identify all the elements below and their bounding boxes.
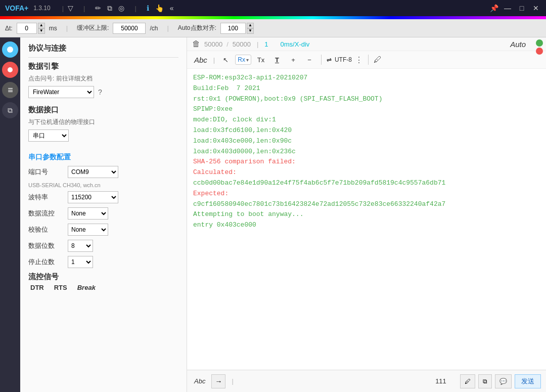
more-button[interactable]: ⋮ — [355, 55, 363, 65]
engine-help-icon[interactable]: ? — [98, 88, 102, 96]
time-div: 0ms/X-div — [281, 40, 310, 48]
flow-row: 数据流控 None — [28, 207, 178, 220]
clear-chart-button[interactable]: 🗑 — [192, 39, 200, 49]
auto-up[interactable]: ▲ — [247, 23, 254, 28]
baud-row: 波特率 115200 9600 230400 — [28, 191, 178, 203]
dropdown-icon[interactable]: ▽ — [68, 4, 73, 12]
back-icon[interactable]: « — [170, 4, 174, 12]
remove-button[interactable]: − — [303, 53, 316, 66]
encoding-icon: ⇌ — [327, 56, 332, 63]
engine-select[interactable]: FireWater JustFloat RawData — [28, 86, 94, 98]
delta-t-group: ▲ ▼ — [17, 23, 45, 34]
rts-button[interactable]: RTS — [54, 284, 67, 291]
sidebar-icons: ≡ ⧉ — [0, 37, 20, 392]
bottom-bar: Abc → | 111 🖊 ⧉ 💬 发送 — [187, 370, 546, 392]
connection-title: 协议与连接 — [28, 43, 178, 53]
flow-label: 数据流控 — [28, 209, 64, 218]
info-icon[interactable]: ℹ — [147, 4, 149, 12]
menu-button[interactable]: ≡ — [2, 82, 18, 98]
abc-button[interactable]: Abc — [192, 53, 209, 66]
tx-button[interactable]: Tx — [254, 53, 267, 66]
rx-dropdown[interactable]: Rx ▾ — [235, 55, 251, 65]
right-panel: 🗑 50000 / 50000 | 1 0ms/X-div Auto Abc |… — [187, 37, 546, 392]
interface-select[interactable]: 串口 UDP TCP — [28, 129, 69, 142]
send-button[interactable]: 发送 — [515, 374, 541, 388]
cursor-button[interactable]: ↖ — [219, 53, 232, 66]
minimize-button[interactable]: — — [503, 3, 513, 13]
buffer-input[interactable] — [113, 23, 146, 34]
auto-label[interactable]: Auto — [510, 40, 526, 49]
bottom-right-controls: 🖊 ⧉ 💬 发送 — [460, 374, 541, 388]
data-bits-select[interactable]: 8 — [68, 240, 93, 252]
layers-button[interactable]: ⧉ — [2, 102, 18, 118]
flow-select[interactable]: None — [68, 207, 108, 220]
chart-toolbar: 🗑 50000 / 50000 | 1 0ms/X-div Auto — [187, 37, 546, 51]
left-panel: 协议与连接 数据引擎 点击问号: 前往详细文档 FireWater JustFl… — [20, 37, 187, 392]
buffer-unit: /ch — [150, 25, 158, 32]
stop-bits-select[interactable]: 1 — [68, 256, 93, 268]
maximize-button[interactable]: □ — [517, 3, 527, 13]
auto-down[interactable]: ▼ — [247, 28, 254, 34]
break-button[interactable]: Break — [77, 284, 96, 291]
buffer-used: 50000 — [204, 40, 222, 48]
auto-spinner[interactable]: ▲ ▼ — [247, 23, 254, 34]
delta-t-down[interactable]: ▼ — [38, 28, 45, 34]
bottom-abc-button[interactable]: Abc — [192, 375, 207, 388]
data-engine-hint: 点击问号: 前往详细文档 — [28, 74, 178, 83]
parity-select[interactable]: None — [68, 224, 108, 236]
auto-value-input[interactable] — [220, 23, 246, 34]
title-bar: VOFA+ 1.3.10 | ▽ | ✏ ⧉ ◎ | ℹ 👆 « 📌 — □ ✕ — [0, 0, 546, 16]
title-bar-icons: ▽ | ✏ ⧉ ◎ | ℹ 👆 « — [68, 4, 174, 13]
port-label: 端口号 — [28, 167, 64, 177]
delta-t-unit: ms — [49, 25, 57, 32]
engine-row: FireWater JustFloat RawData ? — [28, 86, 178, 98]
auto-label: Auto点数对齐: — [178, 24, 216, 32]
delta-t-input[interactable] — [17, 23, 37, 34]
connect-button[interactable] — [2, 41, 18, 58]
rx-chevron-icon: ▾ — [246, 57, 249, 63]
erase-button[interactable]: 🖊 — [460, 374, 475, 388]
send-direction-button[interactable]: → — [211, 374, 225, 388]
format-button[interactable]: T — [270, 53, 284, 66]
pin-icon[interactable]: 📌 — [490, 4, 498, 12]
toolbar-divider2 — [368, 55, 369, 65]
parity-row: 校验位 None — [28, 224, 178, 236]
baud-select[interactable]: 115200 9600 230400 — [68, 191, 118, 203]
chat-button[interactable]: 💬 — [495, 374, 512, 388]
toolbar-divider — [321, 55, 322, 65]
port-select[interactable]: COM9 — [68, 166, 118, 178]
text-toolbar: Abc | ↖ Rx ▾ Tx T + − ⇌ UTF-8 ⋮ 🖊 — [187, 51, 546, 69]
flow-ctrl-buttons: DTR RTS Break — [28, 284, 178, 291]
delta-t-up[interactable]: ▲ — [38, 23, 45, 28]
buffer-label: 缓冲区上限: — [77, 24, 109, 32]
baud-label: 波特率 — [28, 193, 64, 202]
window-controls: 📌 — □ ✕ — [490, 3, 541, 13]
status-dots — [536, 39, 543, 55]
channel-count: 1 — [264, 40, 268, 48]
add-button[interactable]: + — [287, 53, 300, 66]
delta-t-label: Δt: — [5, 25, 13, 32]
target-icon[interactable]: ◎ — [118, 4, 124, 12]
red-dot — [536, 48, 543, 55]
clear-button[interactable]: 🖊 — [374, 55, 382, 64]
encoding-label: UTF-8 — [335, 56, 352, 63]
data-bits-label: 数据位数 — [28, 241, 64, 250]
data-interface-hint: 与下位机通信的物理接口 — [28, 118, 178, 126]
touch-icon[interactable]: 👆 — [155, 4, 164, 12]
flow-ctrl-label: 流控信号 — [28, 272, 59, 281]
main-layout: ≡ ⧉ 协议与连接 数据引擎 点击问号: 前往详细文档 FireWater Ju… — [0, 37, 546, 392]
close-button[interactable]: ✕ — [531, 3, 541, 13]
main-toolbar: Δt: ▲ ▼ ms | 缓冲区上限: /ch | Auto点数对齐: ▲ ▼ — [0, 19, 546, 37]
green-dot — [536, 39, 543, 47]
layers-icon[interactable]: ⧉ — [107, 4, 112, 13]
data-interface-title: 数据接口 — [28, 105, 178, 115]
edit-icon[interactable]: ✏ — [95, 4, 101, 12]
copy-button[interactable]: ⧉ — [478, 374, 492, 388]
data-engine-title: 数据引擎 — [28, 62, 178, 71]
serial-config-title: 串口参数配置 — [28, 153, 178, 162]
port-row: 端口号 COM9 — [28, 166, 178, 178]
delta-t-spinner[interactable]: ▲ ▼ — [38, 23, 45, 34]
record-button[interactable] — [2, 62, 18, 78]
console-output: ESP-ROM:esp32c3-api1-20210207Build:Feb 7… — [187, 69, 546, 370]
dtr-button[interactable]: DTR — [30, 284, 44, 291]
